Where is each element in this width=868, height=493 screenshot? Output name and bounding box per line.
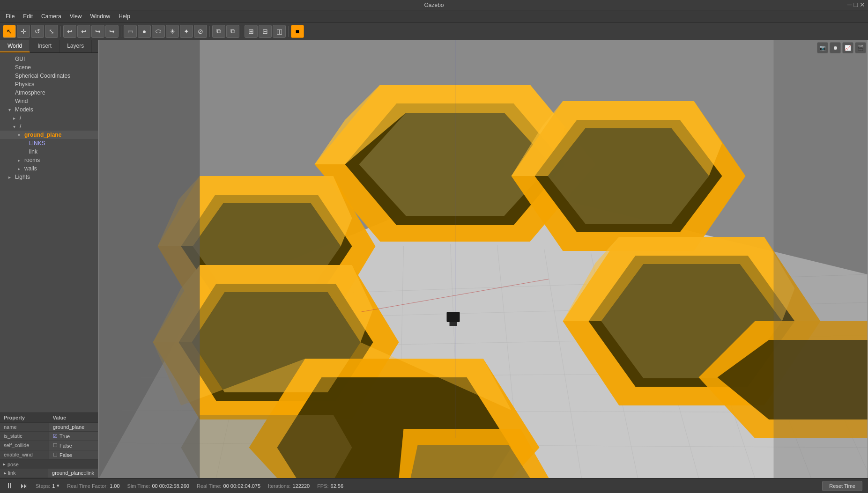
sim-time: Sim Time: 00 00:02:58.260 <box>127 483 189 489</box>
tab-layers[interactable]: Layers <box>59 40 92 52</box>
menu-camera[interactable]: Camera <box>37 12 65 21</box>
tab-insert[interactable]: Insert <box>30 40 59 52</box>
tool-select[interactable]: ↖ <box>3 25 16 38</box>
tool-rotate[interactable]: ↺ <box>31 25 44 38</box>
tool-active-mode[interactable]: ■ <box>291 25 304 38</box>
prop-col-value: Value <box>49 413 98 422</box>
vp-plot-btn[interactable]: 📈 <box>842 42 853 53</box>
viewport[interactable]: 📷 ⏺ 📈 🎬 <box>98 40 868 478</box>
tool-undo[interactable]: ↩ <box>63 25 76 38</box>
minimize-icon[interactable]: ─ <box>847 1 852 8</box>
prop-self-collide-val: ☐ False <box>49 441 98 450</box>
steps-control: Steps: 1 ▾ <box>36 483 59 489</box>
step-btn[interactable]: ⏭ <box>21 482 28 490</box>
tool-sphere[interactable]: ● <box>138 25 151 38</box>
tree-item-models[interactable]: ▾ Models <box>0 105 98 114</box>
tool-view-angle[interactable]: ◫ <box>273 25 286 38</box>
tree-panel: GUI Scene Spherical Coordinates Physics … <box>0 53 98 412</box>
tree-item-links[interactable]: LINKS <box>0 139 98 147</box>
vp-record-btn[interactable]: ⏺ <box>830 42 841 53</box>
tree-item-walls[interactable]: ▸ walls <box>0 164 98 173</box>
prop-enable-wind-key: enable_wind <box>0 450 49 459</box>
real-time: Real Time: 00 00:02:04.075 <box>197 483 260 489</box>
properties-panel: Property Value name ground_plane is_stat… <box>0 412 98 478</box>
prop-header: Property Value <box>0 413 98 423</box>
rtf-value: 1.00 <box>110 483 119 489</box>
tool-redo2[interactable]: ↪ <box>105 25 119 38</box>
tool-redo[interactable]: ↪ <box>91 25 104 38</box>
maximize-icon[interactable]: □ <box>854 1 858 8</box>
tool-align[interactable]: ⊞ <box>245 25 258 38</box>
tool-pointlight[interactable]: ✦ <box>180 25 193 38</box>
tool-paste[interactable]: ⧉ <box>226 25 239 38</box>
prop-enable-wind-val: ☐ False <box>49 450 98 459</box>
status-bar: ⏸ ⏭ Steps: 1 ▾ Real Time Factor: 1.00 Si… <box>0 478 868 493</box>
svg-rect-54 <box>774 40 868 478</box>
prop-pose-expand[interactable]: ▸ pose <box>0 460 98 469</box>
tool-undo2[interactable]: ↩ <box>77 25 90 38</box>
menu-help[interactable]: Help <box>115 12 134 21</box>
prop-enable-wind: enable_wind ☐ False <box>0 450 98 460</box>
tree-item-slash1[interactable]: ▸ / <box>0 114 98 122</box>
tree-item-rooms[interactable]: ▸ rooms <box>0 156 98 164</box>
tool-box[interactable]: ▭ <box>124 25 137 38</box>
tree-item-lights[interactable]: ▸ Lights <box>0 173 98 181</box>
tree-item-spherical-coords[interactable]: Spherical Coordinates <box>0 72 98 80</box>
prop-is-static: is_static ☑ True <box>0 432 98 441</box>
app-title: Gazebo <box>424 2 444 8</box>
sim-time-value: 00 00:02:58.260 <box>152 483 189 489</box>
menu-edit[interactable]: Edit <box>19 12 37 21</box>
sep4 <box>242 26 242 37</box>
tool-spotlight[interactable]: ⊘ <box>194 25 207 38</box>
svg-marker-48 <box>411 445 530 478</box>
tool-sun[interactable]: ☀ <box>166 25 179 38</box>
steps-dropdown-arrow[interactable]: ▾ <box>57 483 59 489</box>
iterations-label: Iterations: <box>268 483 290 489</box>
fps-value: 62.56 <box>331 483 344 489</box>
prop-name: name ground_plane <box>0 423 98 432</box>
prop-self-collide: self_collide ☐ False <box>0 441 98 450</box>
sim-time-label: Sim Time: <box>127 483 150 489</box>
menu-file[interactable]: File <box>2 12 18 21</box>
menu-view[interactable]: View <box>66 12 86 21</box>
prop-is-static-val: ☑ True <box>49 432 98 441</box>
svg-marker-39 <box>181 415 352 478</box>
left-panel: World Insert Layers GUI Scene Spherical … <box>0 40 98 478</box>
tool-translate[interactable]: ✛ <box>17 25 30 38</box>
tool-scale[interactable]: ⤡ <box>45 25 58 38</box>
vp-video-btn[interactable]: 🎬 <box>855 42 866 53</box>
pause-btn[interactable]: ⏸ <box>6 482 13 490</box>
tool-copy[interactable]: ⧉ <box>212 25 225 38</box>
prop-col-property: Property <box>0 413 49 422</box>
menu-window[interactable]: Window <box>87 12 114 21</box>
reset-time-button[interactable]: Reset Time <box>822 481 862 491</box>
tree-item-atmosphere[interactable]: Atmosphere <box>0 88 98 97</box>
tree-item-wind[interactable]: Wind <box>0 97 98 105</box>
tree-item-link[interactable]: link <box>0 147 98 156</box>
title-bar: Gazebo ─ □ ✕ <box>0 0 868 10</box>
fps-label: FPS: <box>317 483 328 489</box>
prop-name-val: ground_plane <box>49 423 98 431</box>
close-icon[interactable]: ✕ <box>860 1 865 8</box>
iterations: Iterations: 122220 <box>268 483 310 489</box>
tree-item-slash2[interactable]: ▾ / <box>0 122 98 131</box>
steps-label: Steps: <box>36 483 50 489</box>
tree-item-physics[interactable]: Physics <box>0 80 98 88</box>
prop-self-collide-key: self_collide <box>0 441 49 450</box>
tool-cylinder[interactable]: ⬭ <box>152 25 165 38</box>
sep1 <box>60 26 61 37</box>
tree-item-ground-plane[interactable]: ▾ ground_plane <box>0 131 98 139</box>
vp-screenshot-btn[interactable]: 📷 <box>817 42 828 53</box>
realtime-factor: Real Time Factor: 1.00 <box>67 483 119 489</box>
viewport-canvas <box>98 40 868 478</box>
tree-item-gui[interactable]: GUI <box>0 55 98 63</box>
prop-is-static-key: is_static <box>0 432 49 441</box>
tool-snap[interactable]: ⊟ <box>259 25 272 38</box>
tree-item-scene[interactable]: Scene <box>0 63 98 72</box>
real-time-value: 00 00:02:04.075 <box>223 483 261 489</box>
viewport-controls: 📷 ⏺ 📈 🎬 <box>817 42 866 53</box>
prop-link-val: ground_plane::link <box>48 469 98 478</box>
fps: FPS: 62.56 <box>317 483 343 489</box>
tab-world[interactable]: World <box>0 40 30 52</box>
toolbar: ↖ ✛ ↺ ⤡ ↩ ↩ ↪ ↪ ▭ ● ⬭ ☀ ✦ ⊘ ⧉ ⧉ ⊞ ⊟ ◫ ■ <box>0 22 868 40</box>
